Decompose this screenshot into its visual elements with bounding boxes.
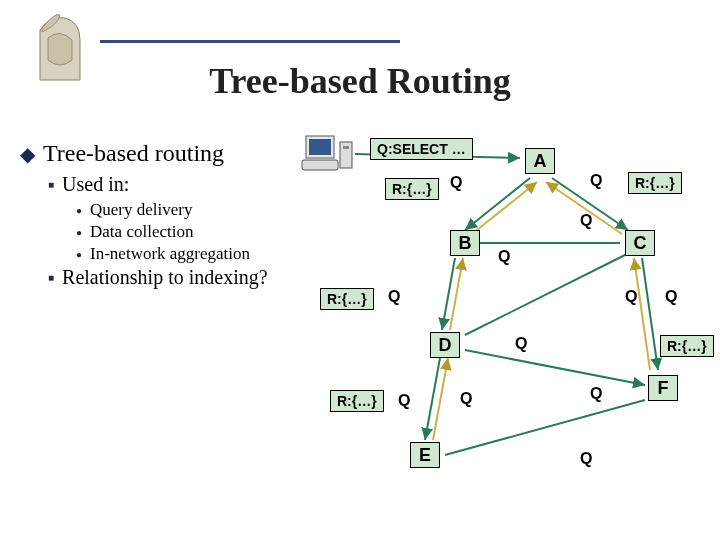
node-b: B <box>450 230 480 256</box>
q-label: Q <box>398 392 410 410</box>
q-label: Q <box>580 450 592 468</box>
bullet-text: Relationship to indexing? <box>62 266 268 289</box>
horizontal-rule <box>100 40 400 43</box>
svg-line-11 <box>442 258 455 330</box>
bullet-text: In-network aggregation <box>90 244 250 264</box>
bullet-icon: ■ <box>48 179 54 190</box>
bullet-icon: ● <box>76 249 82 260</box>
q-label: Q <box>450 174 462 192</box>
bullet-icon: ● <box>76 227 82 238</box>
node-d: D <box>430 332 460 358</box>
response-box: R:{…} <box>320 288 374 310</box>
bullet-text: Used in: <box>62 173 129 196</box>
q-label: Q <box>388 288 400 306</box>
q-label: Q <box>625 288 637 306</box>
q-label: Q <box>498 248 510 266</box>
svg-line-13 <box>642 258 658 370</box>
bullet-icon: ■ <box>48 272 54 283</box>
node-a: A <box>525 148 555 174</box>
node-f: F <box>648 375 678 401</box>
q-label: Q <box>590 172 602 190</box>
bullet-text: Query delivery <box>90 200 192 220</box>
bullet-text: Tree-based routing <box>43 140 224 167</box>
bullet-icon: ● <box>76 205 82 216</box>
slide-title: Tree-based Routing <box>0 60 720 102</box>
response-box: R:{…} <box>385 178 439 200</box>
q-label: Q <box>590 385 602 403</box>
svg-line-17 <box>433 358 448 440</box>
svg-line-16 <box>425 358 440 440</box>
bullet-icon: ◆ <box>20 144 35 164</box>
q-label: Q <box>460 390 472 408</box>
svg-line-15 <box>465 255 625 335</box>
svg-line-12 <box>450 258 463 330</box>
node-e: E <box>410 442 440 468</box>
svg-line-14 <box>634 258 650 370</box>
q-label: Q <box>580 212 592 230</box>
response-box: R:{…} <box>330 390 384 412</box>
response-box: R:{…} <box>628 172 682 194</box>
svg-line-18 <box>465 350 645 385</box>
svg-line-7 <box>472 182 537 234</box>
node-c: C <box>625 230 655 256</box>
query-box: Q:SELECT … <box>370 138 473 160</box>
slide: Tree-based Routing ◆ Tree-based routing … <box>0 0 720 540</box>
bullet-text: Data collection <box>90 222 193 242</box>
svg-line-6 <box>465 178 530 230</box>
q-label: Q <box>665 288 677 306</box>
q-label: Q <box>515 335 527 353</box>
svg-line-19 <box>445 400 645 455</box>
routing-diagram: Q:SELECT … A B C D E F R:{…} R:{…} R:{…}… <box>290 130 720 530</box>
response-box: R:{…} <box>660 335 714 357</box>
